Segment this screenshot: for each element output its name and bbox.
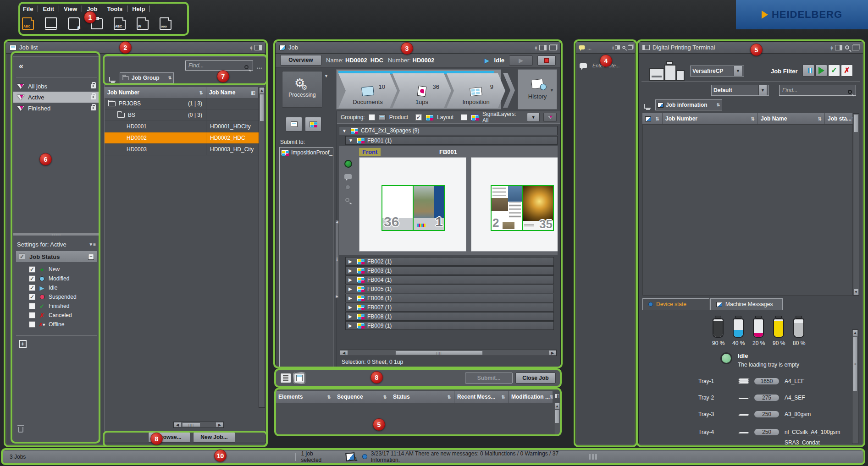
menu-view[interactable]: View (59, 5, 82, 12)
undock-panel-icon[interactable] (628, 45, 633, 49)
tray-vscrollbar[interactable]: ▲ ≡ (852, 329, 858, 444)
grouping-signatlayers-checkbox[interactable] (461, 114, 467, 121)
collapse-panel-icon[interactable]: ›|‹ (250, 45, 252, 50)
checkbox[interactable] (29, 303, 35, 309)
dpt-group-by-select[interactable]: Job information ⇅ (655, 99, 722, 110)
nav-collapse-button[interactable]: « (19, 61, 23, 71)
panel-layout-icon[interactable] (254, 45, 262, 50)
filter-idle[interactable]: ▶Idle (13, 283, 100, 292)
collapse-group-icon[interactable]: − (88, 254, 94, 260)
col-dpt-job-name[interactable]: Job Name⇅ (758, 113, 825, 124)
search-icon[interactable] (622, 46, 625, 49)
col-dpt-job-state[interactable]: Job sta...⇅ (825, 113, 853, 124)
submit-target-item[interactable]: ImpositionProof_ (280, 148, 333, 158)
sheet-front-preview[interactable]: 36 1 (359, 157, 466, 252)
filter-suspended[interactable]: Suspended (13, 292, 100, 302)
sheet-row-fb006[interactable]: ▶FB006 (1) (345, 294, 554, 302)
col-recent-message[interactable]: Recent Mess...⇅ (454, 391, 509, 403)
layers-dropdown-button[interactable]: ▼ (527, 113, 540, 122)
checkbox[interactable] (29, 266, 35, 273)
dpt-flat-view-icon[interactable] (644, 104, 651, 109)
menu-file[interactable]: File (18, 5, 38, 12)
trash-icon[interactable] (18, 427, 23, 433)
sheet-row-fb009[interactable]: ▶FB009 (1) (345, 321, 554, 330)
undock-panel-icon[interactable] (549, 45, 557, 50)
new-job-doc-icon[interactable]: ABC (22, 17, 34, 30)
filter-canceled-button[interactable]: ✗ (841, 65, 853, 77)
more-options-icon[interactable]: ••• (257, 66, 262, 71)
page-35-preview[interactable]: 35 (523, 185, 554, 231)
filter-printing-button[interactable] (815, 65, 827, 77)
checkbox[interactable] (29, 275, 35, 282)
panel-layout-icon[interactable] (539, 45, 547, 50)
annotations-icon[interactable] (345, 185, 350, 190)
sheet-row-fb005[interactable]: ▶FB005 (1) (345, 285, 554, 293)
col-job-name[interactable]: Job Name◧ (206, 87, 259, 98)
note-input[interactable] (590, 61, 628, 70)
undock-panel-icon[interactable] (852, 45, 859, 50)
col-status[interactable]: Status⇅ (390, 391, 454, 403)
sheet-area-hscrollbar[interactable]: ◀ |||| ▶ (340, 350, 557, 356)
close-job-button[interactable]: Close Job (515, 373, 556, 384)
col-state-icon[interactable]: ⇅ (642, 113, 663, 124)
panel-layout-icon[interactable] (835, 45, 842, 50)
job-find-input[interactable] (185, 60, 253, 71)
rename-doc-icon[interactable]: ABC← (114, 17, 126, 30)
sheet-view-button[interactable] (286, 117, 302, 132)
nav-splitter[interactable]: ••••• (13, 233, 100, 236)
sheet-row-fb003[interactable]: ▶FB003 (1) (345, 266, 554, 275)
preset-select[interactable]: Default▼ (711, 85, 769, 96)
start-job-button[interactable]: ▶ (509, 55, 533, 66)
menu-job[interactable]: Job (82, 5, 102, 12)
elements-vscrollbar[interactable]: ▲ (554, 403, 560, 435)
job-row-hd0001[interactable]: HD0001 HD0001_HDCity (105, 121, 259, 132)
printer-icon[interactable] (91, 18, 103, 29)
browse-button[interactable]: Browse... (148, 432, 190, 443)
history-dropdown-icon[interactable]: ▼ (550, 88, 554, 93)
col-modification[interactable]: Modification ...⇅ (509, 391, 553, 403)
col-sequence[interactable]: Sequence⇅ (334, 391, 390, 403)
nav-item-all-jobs[interactable]: All jobs (13, 81, 100, 92)
collapse-arrow-icon[interactable]: ▼ (348, 138, 354, 143)
collapse-arrow-icon[interactable]: ▼ (342, 128, 348, 133)
submit-to-list[interactable]: ImpositionProof_ (279, 147, 333, 385)
add-filter-button[interactable]: + (19, 340, 27, 348)
history-box[interactable]: History ▼ (518, 69, 557, 110)
sheet-row-fb007[interactable]: ▶FB007 (1) (345, 303, 554, 312)
sheet-note-icon[interactable] (344, 174, 352, 179)
job-list-chart-icon[interactable] (45, 17, 57, 30)
sheet-row-fb008[interactable]: ▶FB008 (1) (345, 312, 554, 321)
tab-device-state[interactable]: Device state (642, 298, 709, 310)
sheet-row-fb002[interactable]: ▶FB002 (1) (345, 257, 554, 266)
status-grip[interactable] (589, 454, 597, 460)
job-row-hd0003[interactable]: HD0003 HD0003_HD_City (105, 144, 259, 155)
dpt-find-input[interactable] (779, 85, 856, 96)
checkbox[interactable] (29, 294, 35, 300)
panel-layout-icon[interactable] (615, 45, 620, 49)
step-documents[interactable]: 10 Documents (338, 73, 397, 108)
zoom-icon[interactable] (345, 196, 349, 204)
nav-item-finished[interactable]: Finished (13, 103, 100, 114)
checkbox[interactable] (29, 312, 35, 318)
tab-machine-messages[interactable]: Machine Messages (710, 298, 783, 310)
search-icon[interactable] (845, 45, 849, 49)
submit-button[interactable]: Submit... (465, 373, 513, 384)
job-table-vscrollbar[interactable]: ▲ (259, 87, 265, 408)
sheet-group-row[interactable]: ▼ CD74_2x1_36pages (9) (339, 126, 558, 135)
job-status-group-checkbox[interactable] (19, 253, 25, 260)
nav-item-active[interactable]: Active (13, 92, 100, 103)
filter-modified[interactable]: Modified (13, 274, 100, 283)
menu-help[interactable]: Help (127, 5, 149, 12)
menu-tools[interactable]: Tools (102, 5, 127, 12)
filter-suspended-button[interactable] (802, 65, 814, 77)
separation-view-button[interactable] (305, 117, 321, 132)
page-2-preview[interactable]: 2 (491, 185, 523, 231)
collapse-panel-icon[interactable]: ›|‹ (830, 45, 832, 50)
proof-doc-icon[interactable]: W (137, 17, 149, 30)
processing-button[interactable]: ⚙⚙ Processing (282, 71, 322, 108)
checkbox[interactable] (29, 321, 35, 328)
job-status-group-header[interactable]: Job Status − (16, 251, 97, 262)
step-imposition[interactable]: 9 Imposition (447, 73, 505, 108)
page-1-preview[interactable]: 1 (414, 185, 445, 231)
grouping-product-checkbox[interactable] (369, 114, 375, 121)
